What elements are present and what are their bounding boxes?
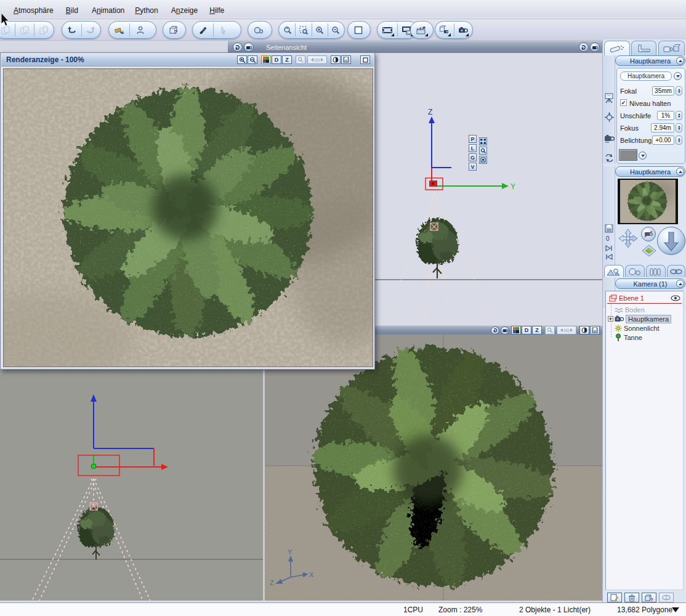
- rgb-display-icon[interactable]: [261, 55, 271, 64]
- move-target-icon[interactable]: [604, 112, 615, 124]
- sphere-tool-icon[interactable]: [249, 22, 268, 38]
- exposure-spinner[interactable]: [676, 136, 682, 145]
- overlay-button-p[interactable]: P: [469, 135, 477, 143]
- save-image-icon[interactable]: [341, 55, 351, 64]
- zoom-refresh-icon[interactable]: [280, 22, 294, 38]
- camera-select[interactable]: Hauptkamera: [620, 71, 672, 81]
- duplicate-icon[interactable]: [35, 22, 52, 38]
- zoom-out-icon[interactable]: [329, 22, 343, 38]
- new-item-icon[interactable]: [607, 593, 622, 602]
- viewport-camera-canvas[interactable]: Y X Z: [265, 334, 602, 601]
- undo-icon[interactable]: [63, 22, 81, 38]
- render-icon[interactable]: [379, 22, 397, 38]
- person-browser-icon[interactable]: [131, 22, 149, 38]
- menu-python[interactable]: Python: [134, 6, 159, 15]
- view-camera-icon[interactable]: [590, 43, 600, 52]
- animation-render-icon[interactable]: [412, 22, 430, 38]
- cycle-arrows-icon[interactable]: [604, 153, 615, 164]
- z-display-button[interactable]: Z: [532, 326, 542, 334]
- frame-counter[interactable]: 00: [557, 326, 576, 334]
- menu-bild[interactable]: Bild: [65, 6, 79, 15]
- layer-visibility-eye-icon[interactable]: [671, 295, 680, 301]
- tree-item-tanne[interactable]: Tanne: [606, 333, 683, 342]
- view-camera-icon[interactable]: [244, 43, 254, 52]
- contrast-icon[interactable]: [331, 55, 341, 64]
- focus-value[interactable]: 2.94m: [651, 123, 674, 132]
- viewport-front-canvas[interactable]: [0, 365, 265, 601]
- delete-trash-icon[interactable]: [624, 593, 639, 602]
- exposure-value[interactable]: +0.00: [652, 136, 674, 145]
- swatch-dropdown-icon[interactable]: [639, 152, 647, 160]
- collapse-icon[interactable]: [676, 57, 684, 65]
- collapse-icon[interactable]: [676, 280, 684, 288]
- overlay-button-g[interactable]: G: [469, 153, 477, 161]
- camera-lock-button[interactable]: [641, 227, 656, 241]
- step-back-icon[interactable]: [605, 254, 613, 261]
- view-options-icon[interactable]: [579, 43, 589, 52]
- menu-hilfe[interactable]: Hilfe: [208, 6, 225, 15]
- focus-spinner[interactable]: [676, 123, 682, 132]
- tab-scene-objects[interactable]: [604, 265, 624, 277]
- view-options-icon[interactable]: [233, 43, 243, 52]
- save-view-icon[interactable]: [590, 326, 600, 334]
- rgb-display-icon[interactable]: [511, 326, 521, 334]
- tree-item-sonnenlicht[interactable]: Sonnenlicht: [606, 323, 683, 333]
- scene-panel-header[interactable]: Kamera (1): [615, 278, 685, 289]
- orbit-trackball-button[interactable]: [657, 227, 685, 255]
- tab-links[interactable]: [667, 265, 685, 277]
- import-object-icon[interactable]: [110, 22, 129, 38]
- zoom-lock-icon[interactable]: [545, 326, 555, 334]
- help-cube-icon[interactable]: ?: [164, 22, 183, 38]
- z-display-button[interactable]: Z: [282, 55, 292, 64]
- zoom-lock-icon[interactable]: [296, 55, 305, 64]
- menu-atmosphaere[interactable]: Atmosphäre: [12, 6, 55, 15]
- contrast-icon[interactable]: [579, 326, 589, 334]
- overlay-button-v[interactable]: V: [469, 163, 477, 171]
- menu-anzeige[interactable]: Anzeige: [170, 6, 199, 15]
- preview-panel-header[interactable]: Hauptkamera: [615, 166, 685, 177]
- zoom-in-icon[interactable]: [312, 22, 326, 38]
- tab-materials[interactable]: [625, 265, 645, 277]
- depth-display-button[interactable]: D: [522, 326, 531, 334]
- camera-render-icon[interactable]: [454, 22, 471, 38]
- view-options-icon[interactable]: [491, 326, 499, 334]
- tree-item-hauptkamera[interactable]: Hauptkamera: [606, 314, 683, 323]
- overlay-move-icon[interactable]: [479, 137, 487, 145]
- object-camera-icon[interactable]: [437, 22, 453, 38]
- easel-icon[interactable]: [604, 92, 614, 105]
- frame-counter[interactable]: 00: [307, 55, 327, 64]
- display-quality-icon[interactable]: [349, 22, 368, 38]
- overlay-frame-icon[interactable]: [479, 156, 487, 164]
- camera-panel-header[interactable]: Hauptkamera: [615, 55, 685, 66]
- zoom-region-icon[interactable]: [296, 22, 310, 38]
- level-checkbox[interactable]: ✔: [620, 99, 627, 106]
- edit-knife-icon[interactable]: [194, 22, 212, 38]
- atmosphere-color-swatch[interactable]: [619, 149, 637, 161]
- rail-camera-icon[interactable]: [604, 133, 615, 145]
- copy-icon[interactable]: [16, 22, 33, 38]
- object-help-icon[interactable]: ?: [642, 593, 656, 602]
- focal-spinner[interactable]: [676, 86, 682, 95]
- pan-dpad-button[interactable]: [618, 228, 639, 250]
- tree-item-layer[interactable]: Ebene 1: [606, 293, 683, 302]
- status-dropdown-icon[interactable]: [671, 607, 680, 613]
- blur-spinner[interactable]: [676, 111, 682, 120]
- zero-button[interactable]: 0: [606, 235, 610, 242]
- render-window-titlebar[interactable]: Renderanzeige - 100% D Z 00: [1, 54, 374, 67]
- save-preview-icon[interactable]: [605, 224, 613, 234]
- focal-value[interactable]: 35mm: [652, 86, 674, 95]
- redo-icon[interactable]: [82, 22, 99, 38]
- blur-value[interactable]: 1%: [657, 111, 674, 120]
- render-zoom-out-icon[interactable]: [248, 55, 257, 64]
- tab-measure[interactable]: [631, 41, 656, 55]
- render-zoom-in-icon[interactable]: [237, 55, 247, 64]
- tab-render-tools[interactable]: [604, 41, 630, 55]
- tab-library[interactable]: [646, 265, 666, 277]
- camera-select-dropdown-icon[interactable]: [674, 72, 682, 80]
- collapse-icon[interactable]: [676, 168, 684, 176]
- zoom-diamond-button[interactable]: [641, 244, 657, 259]
- menu-animation[interactable]: Animation: [91, 6, 126, 15]
- step-forward-icon[interactable]: [605, 245, 613, 253]
- depth-display-button[interactable]: D: [272, 55, 281, 64]
- view-camera-icon[interactable]: [501, 326, 509, 334]
